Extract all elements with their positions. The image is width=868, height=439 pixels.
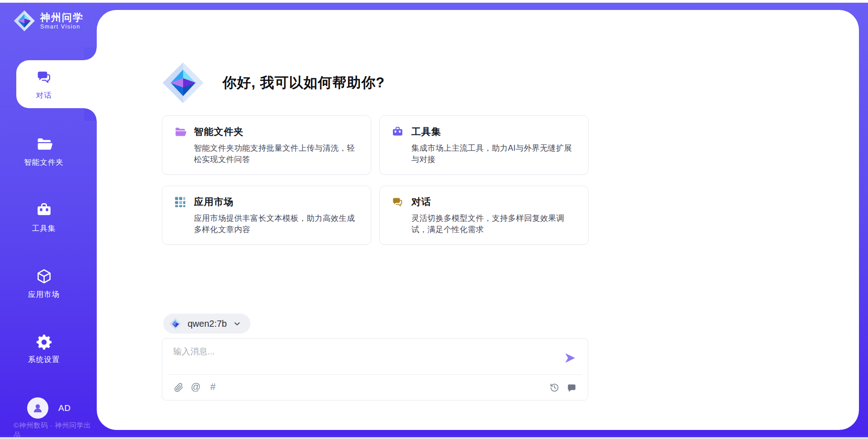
toolbox-icon (36, 202, 52, 219)
folder-icon (36, 136, 52, 153)
chevron-down-icon (233, 320, 241, 328)
card-title: 应用市场 (194, 196, 234, 208)
app-window: 神州问学 Smart Vision 对话 (0, 0, 868, 439)
card-app-market[interactable]: 应用市场 应用市场提供丰富长文本模板，助力高效生成多样化文章内容 (162, 186, 371, 245)
message-composer: @ # (162, 338, 588, 401)
composer-toolbar: @ # (162, 375, 588, 400)
chat-icon (36, 69, 52, 86)
brand-text: 神州问学 Smart Vision (40, 12, 84, 29)
model-name: qwen2:7b (188, 319, 227, 329)
sidebar-item-app-market[interactable]: 应用市场 (0, 268, 88, 300)
sidebar: 神州问学 Smart Vision 对话 (0, 3, 97, 435)
sidebar-item-label: 工具集 (0, 224, 88, 234)
gem-logo-icon (162, 62, 204, 104)
card-title: 对话 (411, 196, 431, 208)
brand-logo: 神州问学 Smart Vision (14, 10, 84, 32)
active-tab-curve-bottom (84, 108, 97, 121)
chat-filled-icon[interactable] (566, 382, 577, 393)
sidebar-item-label: 智能文件夹 (0, 157, 88, 167)
card-title: 智能文件夹 (194, 125, 244, 138)
message-input[interactable] (173, 346, 553, 371)
card-description: 集成市场上主流工具，助力AI与外界无缝扩展与对接 (411, 143, 576, 165)
gear-icon (36, 333, 52, 350)
card-toolbox[interactable]: 工具集 集成市场上主流工具，助力AI与外界无缝扩展与对接 (379, 115, 589, 175)
paperclip-icon[interactable] (173, 382, 184, 393)
sidebar-item-smart-folder[interactable]: 智能文件夹 (0, 136, 88, 167)
sidebar-item-label: 对话 (0, 91, 88, 100)
bottom-edge-strip (0, 437, 868, 439)
card-smart-folder[interactable]: 智能文件夹 智能文件夹功能支持批量文件上传与清洗，轻松实现文件问答 (162, 115, 371, 175)
card-description: 智能文件夹功能支持批量文件上传与清洗，轻松实现文件问答 (194, 143, 359, 165)
sidebar-item-toolbox[interactable]: 工具集 (0, 202, 88, 234)
hero: 你好, 我可以如何帮助你? (162, 62, 589, 104)
sidebar-footer: ©神州数码 · 神州问学出品 (14, 421, 97, 439)
sidebar-item-chat[interactable]: 对话 (0, 69, 88, 100)
gem-logo-icon (14, 10, 35, 32)
hash-icon[interactable]: # (208, 382, 218, 393)
card-chat[interactable]: 对话 灵活切换多模型文件，支持多样回复效果调试，满足个性化需求 (379, 186, 589, 245)
sidebar-item-label: 系统设置 (0, 355, 88, 365)
send-button[interactable] (563, 351, 577, 365)
brand-subtitle: Smart Vision (40, 24, 84, 30)
chat-icon (392, 196, 404, 208)
person-icon (32, 402, 44, 414)
sidebar-item-settings[interactable]: 系统设置 (0, 333, 88, 365)
user-name: AD (58, 403, 71, 413)
active-tab-curve-top (84, 48, 97, 60)
at-icon[interactable]: @ (190, 382, 201, 393)
folder-icon (174, 126, 186, 138)
user-account[interactable]: AD (27, 397, 71, 419)
brand-title: 神州问学 (40, 12, 84, 23)
card-title: 工具集 (411, 125, 441, 138)
history-icon[interactable] (549, 382, 560, 393)
send-icon (563, 351, 577, 365)
toolbox-icon (392, 126, 404, 138)
gem-logo-icon (170, 318, 182, 330)
model-selector[interactable]: qwen2:7b (163, 314, 250, 334)
avatar (27, 397, 48, 419)
cube-icon (36, 268, 52, 285)
feature-cards: 智能文件夹 智能文件夹功能支持批量文件上传与清洗，轻松实现文件问答 工具集 集成… (162, 115, 590, 245)
sidebar-item-label: 应用市场 (0, 290, 88, 300)
card-description: 应用市场提供丰富长文本模板，助力高效生成多样化文章内容 (194, 213, 359, 235)
grid-icon (174, 196, 186, 208)
card-description: 灵活切换多模型文件，支持多样回复效果调试，满足个性化需求 (411, 213, 576, 235)
greeting-title: 你好, 我可以如何帮助你? (222, 73, 385, 92)
